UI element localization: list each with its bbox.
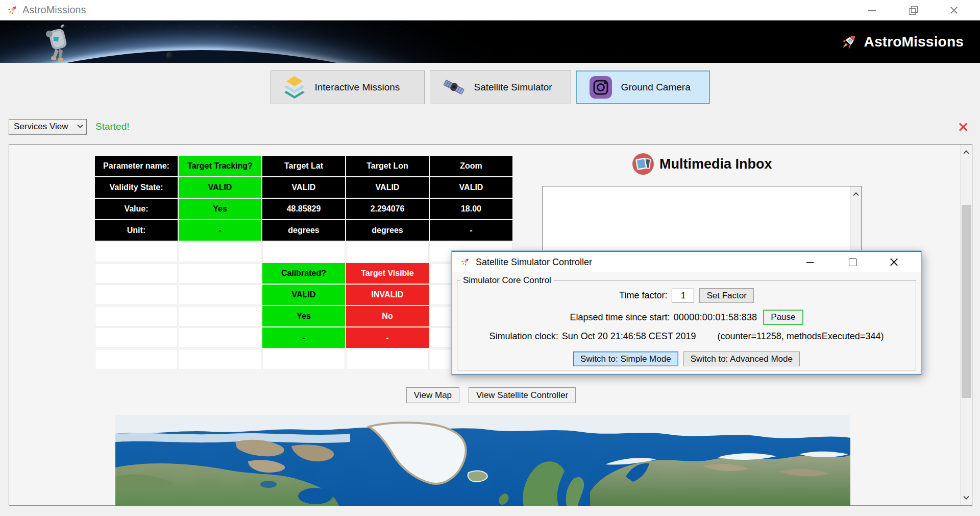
cell-value: VALID (262, 177, 345, 198)
inbox-title: Multimedia Inbox (659, 156, 772, 172)
simulation-clock-row: Simulation clock: Sun Oct 20 21:46:58 CE… (457, 331, 916, 342)
elapsed-time-row: Elapsed time since start: 00000:00:01:58… (457, 310, 916, 325)
layers-icon (282, 75, 307, 100)
world-map-image (115, 415, 850, 506)
camera-icon (589, 75, 613, 100)
table-row (95, 349, 512, 369)
cell-value: Yes (179, 199, 261, 219)
simulator-core-control-group: Simulator Core Control Time factor: Set … (457, 280, 916, 370)
dialog-close-button[interactable] (889, 257, 899, 267)
photos-icon (632, 153, 654, 175)
clock-counters: (counter=11258, methodsExecuted=344) (718, 331, 884, 342)
tab-label: Satellite Simulator (474, 82, 552, 93)
status-row: Services View Started! (0, 116, 980, 137)
table-row: - - (95, 327, 512, 348)
cell-value: - (179, 220, 261, 241)
table-row: Parameter name: Target Tracking? Target … (95, 156, 512, 176)
clock-value: Sun Oct 20 21:46:58 CEST 2019 (562, 331, 696, 342)
close-x-icon[interactable] (958, 121, 969, 132)
col-header: Calibrated? (262, 263, 345, 284)
col-header: Target Lat (262, 156, 345, 176)
switch-advanced-mode-button[interactable]: Switch to: Advanced Mode (683, 351, 800, 366)
window-title: AstroMissions (22, 4, 86, 16)
simulator-controller-dialog: Satellite Simulator Controller Simulator… (452, 251, 921, 374)
table-row: Unit: - degrees degrees - (95, 220, 512, 241)
view-satellite-controller-button[interactable]: View Satellite Controller (469, 387, 576, 403)
dialog-maximize-button[interactable] (847, 257, 857, 267)
view-buttons-row: View Map View Satellite Controller (9, 387, 973, 403)
elapsed-value: 00000:00:01:58:838 (674, 312, 757, 323)
rocket-icon (459, 256, 471, 268)
tab-label: Interactive Missions (315, 82, 400, 93)
col-header: Target Tracking? (179, 156, 261, 176)
col-header: Zoom (430, 156, 512, 176)
cell-value: No (346, 306, 429, 326)
hero-banner: AstroMissions (0, 20, 980, 63)
time-factor-row: Time factor: Set Factor (457, 288, 916, 303)
row-label: Unit: (95, 220, 178, 241)
clock-label: Simulation clock: (489, 331, 558, 342)
cell-value: VALID (179, 177, 261, 198)
rocket-icon (6, 4, 18, 16)
table-row: VALID INVALID (95, 285, 512, 305)
scroll-down-icon[interactable] (963, 494, 969, 500)
switch-simple-mode-button[interactable]: Switch to: Simple Mode (573, 351, 678, 366)
time-factor-input[interactable] (672, 289, 694, 302)
brand-name: AstroMissions (864, 34, 964, 50)
view-map-button[interactable]: View Map (406, 387, 459, 403)
minimize-button[interactable] (867, 5, 878, 16)
dialog-titlebar[interactable]: Satellite Simulator Controller (452, 252, 921, 272)
table-row: Validity State: VALID VALID VALID VALID (95, 177, 512, 198)
group-title: Simulator Core Control (460, 275, 554, 286)
table-row: Value: Yes 48.85829 2.294076 18.00 (95, 199, 512, 219)
parameter-table: Parameter name: Target Tracking? Target … (94, 155, 513, 370)
satellite-icon (442, 75, 466, 100)
os-titlebar: AstroMissions (0, 0, 980, 20)
tab-interactive-missions[interactable]: Interactive Missions (271, 71, 425, 104)
brand-logo: AstroMissions (839, 20, 964, 63)
table-row: Calibrated? Target Visible (95, 263, 512, 284)
set-factor-button[interactable]: Set Factor (699, 288, 753, 303)
scrollbar-thumb[interactable] (962, 205, 971, 398)
chevron-down-icon (77, 123, 83, 128)
row-label: Validity State: (95, 177, 178, 198)
main-tabbar: Interactive Missions Satellite Simulator… (0, 71, 980, 104)
table-row: Yes No (95, 306, 512, 326)
time-factor-label: Time factor: (619, 290, 667, 301)
dialog-title: Satellite Simulator Controller (476, 257, 592, 268)
pause-button[interactable]: Pause (763, 310, 803, 325)
multimedia-inbox-header: Multimedia Inbox (632, 153, 772, 175)
close-button[interactable] (948, 5, 960, 16)
rocket-icon (839, 32, 859, 52)
scroll-up-icon[interactable] (853, 192, 859, 198)
content-scrollbar[interactable] (960, 145, 972, 505)
view-selector-dropdown[interactable]: Services View (9, 119, 87, 135)
mode-buttons-row: Switch to: Simple Mode Switch to: Advanc… (457, 351, 916, 366)
col-header: Parameter name: (95, 156, 178, 176)
view-selector-value: Services View (14, 122, 68, 132)
cell-value: degrees (346, 220, 429, 241)
elapsed-label: Elapsed time since start: (570, 312, 670, 323)
row-label: Value: (95, 199, 178, 219)
cell-value: 48.85829 (262, 199, 345, 219)
cell-value: - (262, 327, 345, 348)
cell-value: 18.00 (430, 199, 512, 219)
col-header: Target Lon (346, 156, 429, 176)
scroll-up-icon[interactable] (963, 150, 969, 156)
cell-value: VALID (262, 285, 345, 305)
restore-button[interactable] (908, 5, 919, 16)
dialog-minimize-button[interactable] (805, 257, 816, 267)
cell-value: INVALID (346, 285, 429, 305)
cell-value: VALID (430, 177, 512, 198)
tab-satellite-simulator[interactable]: Satellite Simulator (430, 71, 571, 104)
tab-ground-camera[interactable]: Ground Camera (576, 71, 710, 104)
banner-fade (0, 20, 980, 63)
cell-value: 2.294076 (346, 199, 429, 219)
col-header: Target Visible (346, 263, 429, 284)
tab-label: Ground Camera (621, 82, 691, 93)
cell-value: Yes (262, 306, 345, 326)
cell-value: VALID (346, 177, 429, 198)
app-window: AstroMissions AstroMissions Interactive … (0, 0, 980, 516)
cell-value: - (346, 327, 429, 348)
status-message: Started! (95, 121, 130, 132)
